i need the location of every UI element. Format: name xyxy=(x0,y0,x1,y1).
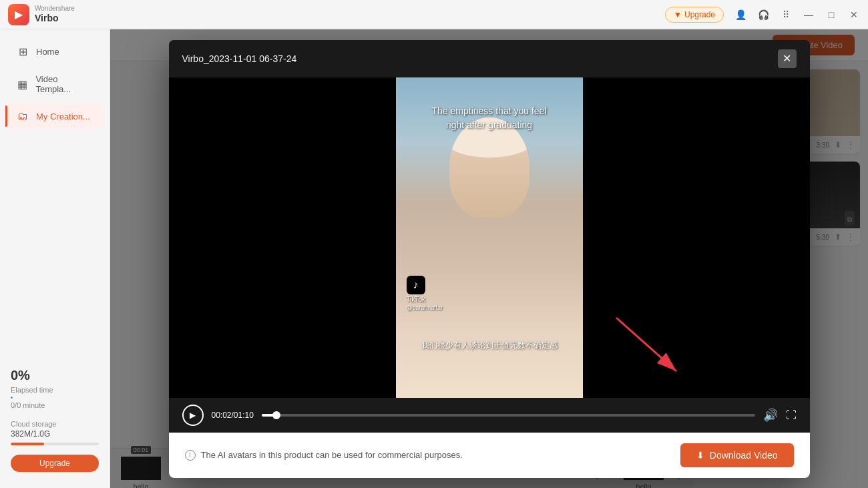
sidebar-item-home-label: Home xyxy=(36,47,59,57)
storage-bar-fill xyxy=(11,443,44,445)
info-icon: i xyxy=(185,450,196,461)
fullscreen-button[interactable]: ⛶ xyxy=(786,409,797,421)
modal-close-button[interactable]: ✕ xyxy=(778,49,797,68)
app-window: ▶ Wondershare Virbo ▼ Upgrade 👤 🎧 ⠿ — □ … xyxy=(0,0,868,488)
tiktok-handle: @sarahnaffar xyxy=(407,304,443,311)
modal-header: Virbo_2023-11-01 06-37-24 ✕ xyxy=(169,40,810,77)
download-video-button[interactable]: ⬇ Download Video xyxy=(680,443,794,467)
tiktok-watermark: ♪ TikTok @sarahnaffar xyxy=(407,276,443,311)
upgrade-chevron-icon: ▼ xyxy=(674,10,682,19)
logo-icon: ▶ xyxy=(8,4,29,25)
upgrade-button[interactable]: ▼ Upgrade xyxy=(665,7,724,23)
product-name: Virbo xyxy=(35,13,75,24)
elapsed-time: 0/0 minute xyxy=(11,401,99,409)
home-icon: ⊞ xyxy=(16,45,29,58)
modal-overlay: Virbo_2023-11-01 06-37-24 ✕ xyxy=(110,29,868,488)
title-bar: ▶ Wondershare Virbo ▼ Upgrade 👤 🎧 ⠿ — □ … xyxy=(0,0,868,29)
storage-value: 382M/1.0G xyxy=(11,429,99,439)
video-templates-icon: ▦ xyxy=(16,78,29,91)
subtitle-top: The emptiness that you feelright after g… xyxy=(396,104,583,132)
app-logo: ▶ Wondershare Virbo xyxy=(8,4,75,25)
arrow-annotation xyxy=(596,304,690,385)
person-face xyxy=(449,117,529,218)
subtitle-bottom: 我们很少有人谈论到正值无数不确定感 xyxy=(396,340,583,351)
sidebar-item-video-templates-label: Video Templa... xyxy=(35,74,93,94)
video-person: The emptiness that you feelright after g… xyxy=(396,77,583,398)
elapsed-percent: 0% xyxy=(11,368,99,383)
close-button[interactable]: ✕ xyxy=(848,9,860,21)
footer-info: i The AI avatars in this product can be … xyxy=(185,450,463,461)
sidebar-item-my-creations[interactable]: 🗂 My Creation... xyxy=(5,103,104,129)
video-controls: ▶ 00:02/01:10 🔊 ⛶ xyxy=(169,398,810,433)
tiktok-brand: TikTok xyxy=(407,296,443,303)
minimize-button[interactable]: — xyxy=(803,9,815,21)
video-left-black xyxy=(169,77,396,398)
elapsed-label: Elapsed time xyxy=(11,386,99,394)
time-display: 00:02/01:10 xyxy=(212,411,254,420)
maximize-button[interactable]: □ xyxy=(825,9,837,21)
sidebar-item-my-creations-label: My Creation... xyxy=(36,111,90,121)
footer-info-text: The AI avatars in this product can be us… xyxy=(201,450,463,460)
video-modal: Virbo_2023-11-01 06-37-24 ✕ xyxy=(169,40,810,478)
title-bar-controls: ▼ Upgrade 👤 🎧 ⠿ — □ ✕ xyxy=(665,7,860,23)
video-center: The emptiness that you feelright after g… xyxy=(396,77,583,398)
elapsed-progress-bar xyxy=(11,397,13,399)
apps-icon[interactable]: ⠿ xyxy=(780,9,792,21)
sidebar-item-video-templates[interactable]: ▦ Video Templa... xyxy=(5,67,104,101)
svg-line-1 xyxy=(616,318,676,371)
content-area: + Create Video -29 20-0... 3:30 ⬇ xyxy=(110,29,868,488)
download-icon: ⬇ xyxy=(696,450,704,461)
headset-icon[interactable]: 🎧 xyxy=(757,9,769,21)
logo-text: Wondershare Virbo xyxy=(35,5,75,24)
progress-thumb xyxy=(272,411,280,419)
storage-label: Cloud storage xyxy=(11,420,99,428)
volume-button[interactable]: 🔊 xyxy=(763,408,778,423)
storage-bar xyxy=(11,443,99,445)
video-player-area: The emptiness that you feelright after g… xyxy=(169,77,810,398)
modal-title: Virbo_2023-11-01 06-37-24 xyxy=(182,53,297,64)
play-button[interactable]: ▶ xyxy=(182,405,204,426)
brand-name: Wondershare xyxy=(35,5,75,13)
sidebar: ⊞ Home ▦ Video Templa... 🗂 My Creation..… xyxy=(0,29,110,488)
tiktok-icon: ♪ xyxy=(407,276,425,294)
upgrade-sidebar-button[interactable]: Upgrade xyxy=(11,455,99,472)
sidebar-bottom: 0% Elapsed time 0/0 minute Cloud storage… xyxy=(0,360,110,480)
progress-bar[interactable] xyxy=(262,414,755,417)
my-creations-icon: 🗂 xyxy=(16,110,29,122)
video-right-black xyxy=(583,77,810,398)
modal-footer: i The AI avatars in this product can be … xyxy=(169,433,810,478)
sidebar-item-home[interactable]: ⊞ Home xyxy=(5,39,104,65)
user-icon[interactable]: 👤 xyxy=(734,9,746,21)
main-layout: ⊞ Home ▦ Video Templa... 🗂 My Creation..… xyxy=(0,29,868,488)
